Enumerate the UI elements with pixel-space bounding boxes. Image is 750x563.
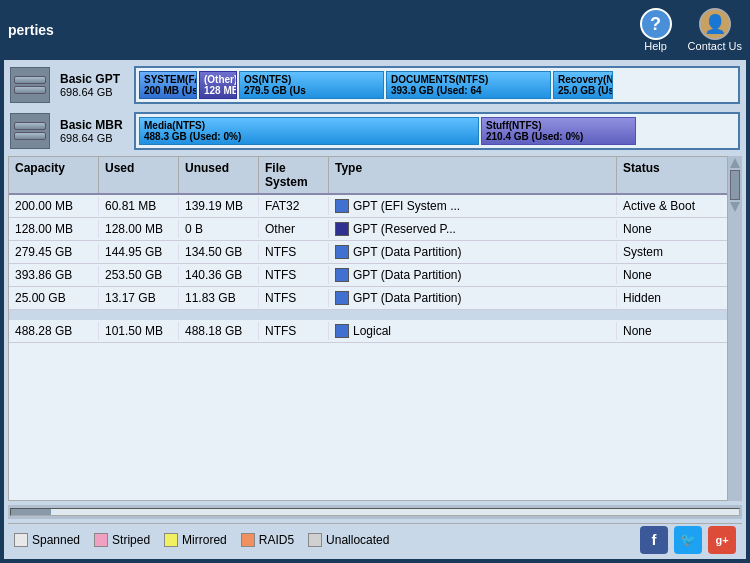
legend-box-mirrored [164, 533, 178, 547]
partition-os[interactable]: OS(NTFS) 279.5 GB (Us [239, 71, 384, 99]
cell-status: None [617, 266, 727, 284]
table-row[interactable]: 200.00 MB 60.81 MB 139.19 MB FAT32 GPT (… [9, 195, 727, 218]
disk2-partition-bar: Media(NTFS) 488.3 GB (Used: 0%) Stuff(NT… [139, 117, 735, 145]
cell-used: 60.81 MB [99, 197, 179, 215]
table-row[interactable]: 128.00 MB 128.00 MB 0 B Other GPT (Reser… [9, 218, 727, 241]
type-color-box [335, 268, 349, 282]
partition-recovery[interactable]: Recovery(NT 25.0 GB (Us [553, 71, 613, 99]
table-header: Capacity Used Unused File System Type St… [9, 157, 727, 195]
legend-label-spanned: Spanned [32, 533, 80, 547]
cell-used: 144.95 GB [99, 243, 179, 261]
disk2-label: Basic MBR 698.64 GB [54, 114, 130, 148]
cell-status: None [617, 220, 727, 238]
cell-used: 253.50 GB [99, 266, 179, 284]
partition-label: Media(NTFS) [144, 120, 474, 131]
legend-striped: Striped [94, 533, 150, 547]
cell-capacity: 25.00 GB [9, 289, 99, 307]
vertical-scrollbar[interactable] [728, 156, 742, 501]
legend-unallocated: Unallocated [308, 533, 389, 547]
disk1-partitions: SYSTEM(FAT) 200 MB (Use (Other) 128 MB O… [134, 66, 740, 104]
col-filesystem: File System [259, 157, 329, 193]
disk-layer [14, 122, 46, 130]
table-row[interactable]: 25.00 GB 13.17 GB 11.83 GB NTFS GPT (Dat… [9, 287, 727, 310]
social-icons: f 🐦 g+ [640, 526, 736, 554]
type-color-box [335, 245, 349, 259]
col-used: Used [99, 157, 179, 193]
col-type: Type [329, 157, 617, 193]
disk1-type: Basic GPT [60, 72, 120, 86]
disk1-label: Basic GPT 698.64 GB [54, 68, 130, 102]
partition-media[interactable]: Media(NTFS) 488.3 GB (Used: 0%) [139, 117, 479, 145]
partition-stuff[interactable]: Stuff(NTFS) 210.4 GB (Used: 0%) [481, 117, 636, 145]
cell-type: GPT (Data Partition) [329, 289, 617, 307]
partition-sublabel: 488.3 GB (Used: 0%) [144, 131, 474, 142]
help-button[interactable]: ? Help [640, 8, 672, 52]
partition-label: (Other) [204, 74, 232, 85]
cell-status: None [617, 322, 727, 340]
cell-status: System [617, 243, 727, 261]
partition-sublabel: 200 MB (Use [144, 85, 192, 96]
disk1-row: Basic GPT 698.64 GB SYSTEM(FAT) 200 MB (… [8, 64, 742, 106]
disk1-size: 698.64 GB [60, 86, 113, 98]
cell-type: GPT (Reserved P... [329, 220, 617, 238]
cell-status: Active & Boot [617, 197, 727, 215]
disk2-icon [10, 113, 50, 149]
scroll-thumb-h[interactable] [11, 509, 51, 515]
scroll-up-arrow[interactable] [730, 158, 740, 168]
cell-capacity: 488.28 GB [9, 322, 99, 340]
partition-label: Stuff(NTFS) [486, 120, 631, 131]
type-label: GPT (Data Partition) [353, 291, 461, 305]
googleplus-button[interactable]: g+ [708, 526, 736, 554]
legend-box-spanned [14, 533, 28, 547]
table-row[interactable]: 279.45 GB 144.95 GB 134.50 GB NTFS GPT (… [9, 241, 727, 264]
col-unused: Unused [179, 157, 259, 193]
type-label: GPT (EFI System ... [353, 199, 460, 213]
cell-filesystem: Other [259, 220, 329, 238]
cell-unused: 11.83 GB [179, 289, 259, 307]
partition-table-wrapper: Capacity Used Unused File System Type St… [8, 156, 742, 501]
cell-filesystem: NTFS [259, 322, 329, 340]
type-color-box [335, 324, 349, 338]
partition-other[interactable]: (Other) 128 MB [199, 71, 237, 99]
type-color-box [335, 222, 349, 236]
table-row[interactable]: 488.28 GB 101.50 MB 488.18 GB NTFS Logic… [9, 320, 727, 343]
scroll-thumb[interactable] [730, 170, 740, 200]
facebook-button[interactable]: f [640, 526, 668, 554]
main-content: Basic GPT 698.64 GB SYSTEM(FAT) 200 MB (… [4, 60, 746, 559]
disk2-row: Basic MBR 698.64 GB Media(NTFS) 488.3 GB… [8, 110, 742, 152]
partition-system[interactable]: SYSTEM(FAT) 200 MB (Use [139, 71, 197, 99]
cell-type: GPT (Data Partition) [329, 266, 617, 284]
partition-label: OS(NTFS) [244, 74, 379, 85]
type-label: GPT (Data Partition) [353, 245, 461, 259]
legend-box-striped [94, 533, 108, 547]
cell-unused: 0 B [179, 220, 259, 238]
app-title: perties [8, 22, 54, 38]
col-capacity: Capacity [9, 157, 99, 193]
cell-capacity: 200.00 MB [9, 197, 99, 215]
partition-sublabel: 279.5 GB (Us [244, 85, 379, 96]
help-icon: ? [640, 8, 672, 40]
partition-label: Recovery(NT [558, 74, 608, 85]
partition-documents[interactable]: DOCUMENTS(NTFS) 393.9 GB (Used: 64 [386, 71, 551, 99]
horizontal-scrollbar[interactable] [8, 505, 742, 519]
scroll-down-arrow[interactable] [730, 202, 740, 212]
scroll-track[interactable] [10, 508, 740, 516]
type-label: GPT (Reserved P... [353, 222, 456, 236]
partition-label: DOCUMENTS(NTFS) [391, 74, 546, 85]
twitter-button[interactable]: 🐦 [674, 526, 702, 554]
cell-capacity: 128.00 MB [9, 220, 99, 238]
table-row[interactable]: 393.86 GB 253.50 GB 140.36 GB NTFS GPT (… [9, 264, 727, 287]
legend-label-raid5: RAID5 [259, 533, 294, 547]
disk-layer [14, 86, 46, 94]
legend-box-unallocated [308, 533, 322, 547]
cell-filesystem: NTFS [259, 243, 329, 261]
cell-status: Hidden [617, 289, 727, 307]
contact-label: Contact Us [688, 40, 742, 52]
cell-type: GPT (EFI System ... [329, 197, 617, 215]
cell-type: GPT (Data Partition) [329, 243, 617, 261]
col-status: Status [617, 157, 727, 193]
legend-label-mirrored: Mirrored [182, 533, 227, 547]
table-body: 200.00 MB 60.81 MB 139.19 MB FAT32 GPT (… [9, 195, 727, 500]
contact-button[interactable]: 👤 Contact Us [688, 8, 742, 52]
partition-label: SYSTEM(FAT) [144, 74, 192, 85]
